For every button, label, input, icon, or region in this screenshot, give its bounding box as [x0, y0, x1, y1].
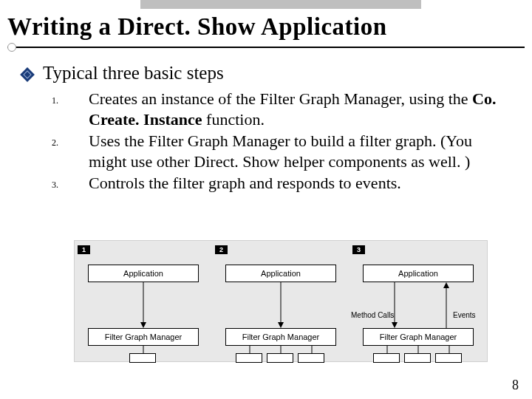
filter-box	[404, 353, 431, 363]
diagram-col-3: 3 Application Method Calls Events Filter…	[349, 241, 488, 363]
arrow-up-icon	[446, 282, 447, 328]
app-box: Application	[88, 265, 199, 282]
step-tag: 1	[78, 245, 90, 254]
connector-line-icon	[311, 346, 313, 353]
subtitle-text: Typical three basic steps	[43, 63, 224, 83]
connector-line-icon	[449, 346, 450, 353]
arrow-down-small-icon	[143, 346, 144, 353]
filter-box	[129, 353, 156, 363]
top-accent-bar	[140, 0, 421, 9]
diagram-col-1: 1 Application Filter Graph Manager	[75, 241, 212, 363]
subtitle-row: Typical three basic steps	[22, 63, 224, 83]
app-box: Application	[225, 265, 336, 282]
list-text: Creates an instance of the Filter Graph …	[89, 89, 502, 129]
slide-root: Writing a Direct. Show Application Typic…	[0, 0, 532, 399]
connector-line-icon	[249, 346, 250, 353]
list-text: Uses the Filter Graph Manager to build a…	[89, 131, 502, 171]
step-tag: 2	[215, 245, 228, 254]
text-pre: Creates an instance of the Filter Graph …	[89, 89, 472, 108]
filter-box	[236, 353, 262, 363]
fgm-box: Filter Graph Manager	[363, 328, 474, 346]
svg-marker-9	[392, 322, 398, 328]
svg-marker-4	[278, 322, 284, 328]
list-item: 2. Uses the Filter Graph Manager to buil…	[52, 131, 502, 171]
filter-box	[298, 353, 324, 363]
numbered-list: 1. Creates an instance of the Filter Gra…	[52, 89, 502, 195]
arrow-down-icon	[143, 282, 144, 328]
slide-title: Writing a Direct. Show Application	[7, 13, 387, 41]
filter-box	[373, 353, 400, 363]
list-text: Controls the filter graph and responds t…	[89, 173, 502, 194]
filter-box	[435, 353, 462, 363]
step-tag: 3	[352, 245, 365, 254]
connector-line-icon	[386, 346, 388, 353]
arrow-down-icon	[280, 282, 282, 328]
circle-accent-icon	[7, 43, 16, 52]
list-item: 3. Controls the filter graph and respond…	[52, 173, 502, 194]
list-number: 3.	[52, 173, 89, 194]
filter-box	[267, 353, 293, 363]
page-number: 8	[512, 378, 519, 393]
title-underline	[7, 47, 525, 48]
connector-line-icon	[280, 346, 282, 353]
arrow-down-icon	[394, 282, 395, 328]
method-calls-label: Method Calls	[351, 311, 394, 319]
fgm-box: Filter Graph Manager	[225, 328, 336, 346]
fgm-box: Filter Graph Manager	[88, 328, 199, 346]
diagram-col-2: 2 Application Filter Graph Manager	[212, 241, 349, 363]
events-label: Events	[453, 311, 476, 319]
diagram-container: 1 Application Filter Graph Manager 2 App…	[74, 240, 488, 362]
list-item: 1. Creates an instance of the Filter Gra…	[52, 89, 502, 129]
list-number: 1.	[52, 89, 89, 129]
text-post: function.	[202, 110, 265, 129]
list-number: 2.	[52, 131, 89, 171]
svg-marker-1	[140, 322, 146, 328]
app-box: Application	[363, 265, 474, 282]
diamond-bullet-icon	[20, 67, 35, 82]
connector-line-icon	[417, 346, 419, 353]
